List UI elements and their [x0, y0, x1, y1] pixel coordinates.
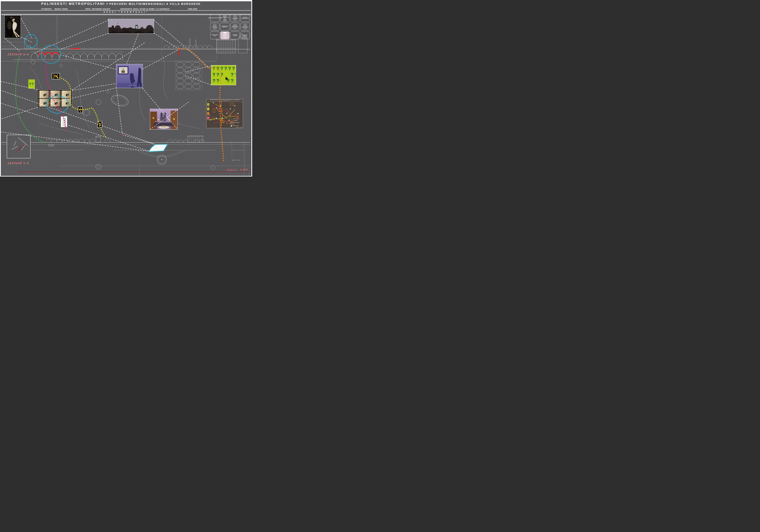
index-card-master-time-plan: MASTER [TIME] PLAN: [210, 31, 219, 39]
frame-bottom: [0, 176, 252, 177]
nodi-icon: [231, 125, 232, 126]
rome-skyline-inset: [108, 19, 154, 34]
monolith-inset: [61, 116, 67, 127]
spanish-steps-art: [150, 109, 177, 129]
video-room-inset: © Copyright 20: [116, 64, 143, 88]
cctv-frame: 11:23:25: [49, 91, 60, 98]
cctv-frame: 11:23:33: [61, 99, 71, 107]
key-plan-inset: [7, 135, 30, 158]
student-label: STUDENTE: [41, 8, 52, 10]
box-icon: [231, 124, 233, 125]
video-room-art: [117, 64, 142, 88]
title-sub: PERCORSI MULTIDIMENSIONALI A VILLA BORGH…: [109, 2, 201, 6]
index-card-grid: INFRALANDSCAPESTRUCTURE DAI GIARDINI ALL…: [210, 14, 250, 39]
swatch-didattica: [207, 112, 210, 114]
question-row: ???????: [213, 66, 236, 71]
rete-icon: [231, 118, 233, 120]
index-card-luigi-moretti: LUIGI MORETTI: [230, 14, 240, 22]
label-sezione-cc: SEZIONE C-C: [7, 161, 29, 164]
key-plan-art: [7, 135, 30, 158]
question-row: ??? ??: [213, 71, 236, 78]
question-small-inset: ??: [28, 79, 35, 89]
dancer-icon-box-3: [97, 121, 102, 128]
index-card-dai-giardini: DAI GIARDINI ALLE RETI: [220, 14, 229, 22]
frame-right: [251, 0, 252, 177]
label-scala: SCALA: [226, 168, 236, 171]
header-rule-2: [1, 14, 251, 14]
index-card-temi-urbani: TEMI URBANI: [210, 23, 219, 30]
frame-top: [0, 0, 252, 1]
index-card-percorsi: PERCORSI: [241, 31, 250, 39]
cctv-frame: 11:23:30: [61, 91, 71, 98]
label-scala-value: 1:500: [240, 168, 247, 171]
cctv-grid-inset: 11:23:20 11:23:25 11:23:30 11:23:31 11:2…: [37, 90, 72, 108]
legend-corpo: CORPO: [207, 103, 212, 107]
label-sez-ss: SEZ S-S: [232, 159, 240, 161]
swatch-festa: [207, 108, 210, 110]
label-sezione-dd: SEZIONE D-D: [7, 53, 29, 56]
index-card-strutture-performative: STRUTTURE PERFORMATIVE: [230, 23, 240, 30]
poster-board: PALINSESTI METROPOLITANI>PERCORSI MULTID…: [0, 0, 252, 177]
dancers-photo-inset: [4, 15, 21, 38]
legend-esposizione: ESPOSIZIONE: [207, 117, 212, 120]
gold-figure-icons: [52, 73, 60, 79]
dancer-icon-box-2: [78, 107, 82, 113]
cursor-arrow-icon: [225, 77, 229, 81]
map-legend-right: RETE CONNETTIVA CONNESSIONI WINDOWS AVAT…: [231, 118, 242, 127]
connessioni-icon: [231, 120, 233, 121]
question-row: ?? ??: [213, 78, 236, 84]
avatars-icon: [231, 122, 233, 123]
temple-sketch: [241, 35, 248, 39]
question-screen-inset: ??????? ??? ?? ?? ??: [211, 65, 236, 85]
index-card-infralandscapestructure: INFRALANDSCAPESTRUCTURE: [210, 14, 219, 22]
page-title: PALINSESTI METROPOLITANI>PERCORSI MULTID…: [41, 2, 201, 6]
cctv-frame: 11:23:31: [38, 99, 49, 107]
index-card-spazi-eventuali-active: SPAZI “EVENTUALI”: [220, 31, 229, 39]
legend-didattica: DIDATTICA: [207, 112, 212, 115]
swatch-corpo: [207, 103, 210, 106]
index-card-guida-utente: GUIDA PER L'UTENTE: [230, 31, 240, 39]
monolith-art: [61, 116, 67, 127]
copyright-note: © Copyright 20: [136, 86, 142, 87]
swatch-esposizione: [207, 117, 210, 119]
cctv-frame: 11:23:20: [38, 91, 49, 98]
map-scale: SCALA 1:2000: [236, 127, 242, 128]
title-arrow: >: [106, 2, 108, 6]
frame-left: [0, 0, 1, 177]
spanish-steps-inset: [150, 109, 178, 130]
masterplan-map-inset: PALINSESTI METROPOLITANI > PERCORSI MULT…: [206, 99, 243, 128]
dancers-art: [5, 16, 21, 38]
index-card-pratiche-diagrammatiche: PRATICHE DIAGRAMMATICHE: [241, 14, 250, 22]
title-main: PALINSESTI METROPOLITANI: [41, 2, 105, 6]
professor-name: PROF. ANTONINO SAGGIO: [85, 8, 110, 10]
header-rule-1: [1, 10, 251, 11]
years: 1999-2000: [188, 8, 197, 10]
dancer-icon-box-1: [52, 73, 60, 79]
index-card-fibbia-urbana: FIBBIA URBANA: [241, 23, 250, 30]
student-name: MARIA TESSE: [55, 8, 68, 10]
skyline-art: [108, 19, 154, 33]
cctv-frame: 11:23:32: [49, 99, 60, 107]
header-rule-3: [1, 15, 251, 15]
index-card-dispositivi: DISPOSITIVI DI CONTINUITA': [220, 23, 229, 30]
university-name: UNIVERSITA' DEGLI STUDI DI ROMA “LA SAPI…: [120, 8, 170, 10]
legend-festa: FESTA: [207, 108, 212, 111]
band-title: SPAZI “EVENTUALI”: [0, 11, 252, 13]
